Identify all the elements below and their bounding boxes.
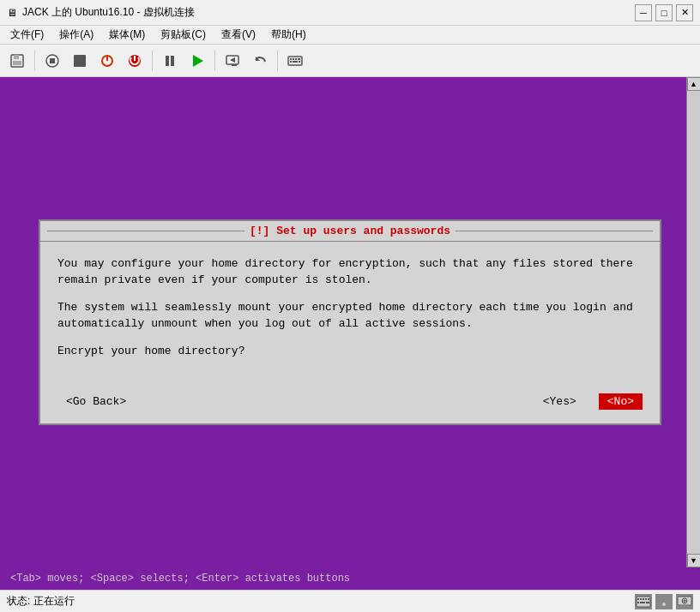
svg-rect-38 bbox=[680, 605, 689, 606]
yes-button[interactable]: <Yes> bbox=[534, 393, 585, 410]
svg-rect-33 bbox=[646, 602, 649, 603]
vm-undo-button[interactable] bbox=[248, 49, 272, 73]
svg-rect-4 bbox=[50, 58, 55, 63]
window-title: JACK 上的 Ubuntu16.10 - 虚拟机连接 bbox=[22, 5, 195, 20]
dialog-body-text-2: remain private even if your computer is … bbox=[57, 273, 372, 286]
dialog-title: [!] Set up users and passwords bbox=[250, 225, 450, 237]
svg-rect-32 bbox=[640, 602, 645, 603]
svg-rect-1 bbox=[14, 55, 19, 59]
lock-status-icon bbox=[655, 594, 673, 609]
setup-dialog: [!] Set up users and passwords You may c… bbox=[39, 219, 661, 426]
menu-help[interactable]: 帮助(H) bbox=[264, 26, 313, 44]
vm-scrollbar[interactable]: ▲ ▼ bbox=[686, 77, 700, 567]
svg-marker-12 bbox=[193, 55, 203, 67]
svg-rect-5 bbox=[74, 55, 86, 67]
dialog-body-text-1: You may configure your home directory fo… bbox=[57, 257, 633, 270]
svg-rect-22 bbox=[290, 61, 292, 63]
svg-rect-29 bbox=[645, 598, 647, 600]
svg-rect-24 bbox=[299, 61, 300, 63]
save-button[interactable] bbox=[5, 49, 29, 73]
svg-rect-15 bbox=[232, 64, 237, 66]
svg-rect-28 bbox=[643, 598, 644, 600]
svg-rect-37 bbox=[682, 606, 687, 608]
go-back-button[interactable]: <Go Back> bbox=[57, 393, 135, 410]
vm-send-button[interactable] bbox=[220, 49, 244, 73]
dialog-title-bar: [!] Set up users and passwords bbox=[40, 221, 660, 242]
svg-rect-27 bbox=[640, 598, 642, 600]
vm-play-button[interactable] bbox=[185, 49, 209, 73]
menu-bar: 文件(F) 操作(A) 媒体(M) 剪贴板(C) 查看(V) 帮助(H) bbox=[0, 26, 700, 45]
svg-rect-30 bbox=[648, 598, 649, 600]
close-button[interactable]: ✕ bbox=[676, 4, 693, 21]
dialog-buttons: <Go Back> <Yes> <No> bbox=[40, 387, 660, 423]
vm-pause-button[interactable] bbox=[158, 49, 182, 73]
svg-rect-23 bbox=[293, 61, 298, 63]
toolbar-separator-2 bbox=[152, 51, 153, 71]
svg-rect-19 bbox=[293, 58, 294, 60]
dialog-body: You may configure your home directory fo… bbox=[40, 242, 660, 387]
menu-media[interactable]: 媒体(M) bbox=[102, 26, 152, 44]
no-button[interactable]: <No> bbox=[599, 393, 643, 410]
vm-stop-button[interactable] bbox=[68, 49, 92, 73]
keyboard-status-icon bbox=[635, 594, 652, 609]
menu-clipboard[interactable]: 剪贴板(C) bbox=[154, 26, 213, 44]
menu-action[interactable]: 操作(A) bbox=[52, 26, 100, 44]
status-label: 状态: bbox=[7, 594, 30, 609]
vm-power-button[interactable] bbox=[95, 49, 119, 73]
toolbar-separator-3 bbox=[214, 51, 215, 71]
toolbar bbox=[0, 45, 700, 77]
toolbar-separator-4 bbox=[277, 51, 278, 71]
dialog-body-text-4: automatically unmount when you log out o… bbox=[57, 317, 473, 330]
svg-rect-10 bbox=[166, 56, 169, 66]
svg-rect-2 bbox=[13, 61, 21, 65]
toolbar-separator-1 bbox=[34, 51, 35, 71]
maximize-button[interactable]: □ bbox=[655, 4, 673, 21]
svg-marker-14 bbox=[230, 57, 235, 63]
minimize-button[interactable]: ─ bbox=[635, 4, 652, 21]
vm-icon: 🖥 bbox=[7, 7, 17, 19]
svg-rect-18 bbox=[290, 58, 292, 60]
bottom-hint-bar: <Tab> moves; <Space> selects; <Enter> ac… bbox=[0, 567, 700, 590]
svg-rect-31 bbox=[637, 602, 639, 603]
status-value: 正在运行 bbox=[33, 594, 75, 609]
svg-rect-26 bbox=[637, 598, 639, 600]
svg-rect-21 bbox=[298, 58, 300, 60]
svg-point-35 bbox=[662, 603, 666, 606]
status-bar: 状态: 正在运行 bbox=[0, 590, 700, 612]
vm-display-area[interactable]: [!] Set up users and passwords You may c… bbox=[0, 77, 700, 567]
menu-view[interactable]: 查看(V) bbox=[214, 26, 262, 44]
vm-stop-circle-button[interactable] bbox=[40, 49, 64, 73]
hint-text: <Tab> moves; <Space> selects; <Enter> ac… bbox=[10, 573, 350, 585]
scroll-down-button[interactable]: ▼ bbox=[687, 554, 701, 567]
svg-rect-11 bbox=[171, 56, 174, 66]
scroll-up-button[interactable]: ▲ bbox=[687, 77, 701, 91]
vm-keyboard-button[interactable] bbox=[283, 49, 307, 73]
vm-power-red-button[interactable] bbox=[123, 49, 147, 73]
title-bar: 🖥 JACK 上的 Ubuntu16.10 - 虚拟机连接 ─ □ ✕ bbox=[0, 0, 700, 26]
network-status-icon bbox=[676, 594, 693, 609]
svg-rect-20 bbox=[295, 58, 297, 60]
dialog-question: Encrypt your home directory? bbox=[57, 345, 244, 357]
dialog-body-text-3: The system will seamlessly mount your en… bbox=[57, 301, 633, 314]
menu-file[interactable]: 文件(F) bbox=[3, 26, 51, 44]
